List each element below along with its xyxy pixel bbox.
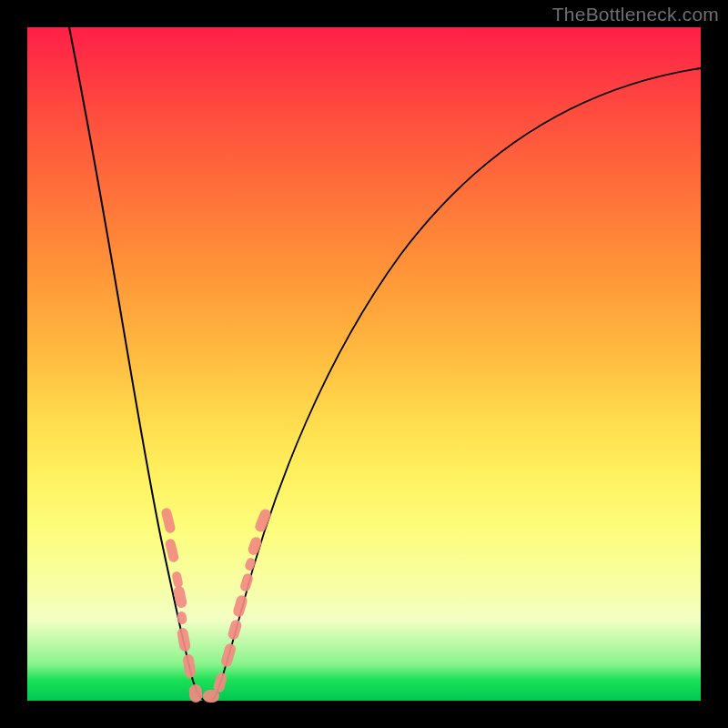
data-marker <box>182 653 197 678</box>
data-marker <box>244 557 257 572</box>
plot-area <box>27 27 701 701</box>
data-marker <box>188 684 202 703</box>
data-marker <box>160 507 176 534</box>
marker-layer <box>160 507 272 703</box>
chart-frame: TheBottleneck.com <box>0 0 728 728</box>
chart-svg <box>27 27 701 701</box>
data-marker <box>227 619 243 641</box>
watermark-text: TheBottleneck.com <box>552 4 719 25</box>
data-marker <box>177 627 191 652</box>
data-marker <box>165 538 180 563</box>
data-marker <box>220 642 238 668</box>
data-marker <box>177 611 187 625</box>
data-marker <box>232 594 248 618</box>
data-marker <box>247 536 263 557</box>
data-marker <box>254 508 273 534</box>
data-marker <box>239 572 255 592</box>
data-marker <box>171 571 184 589</box>
curve-right <box>212 68 701 701</box>
